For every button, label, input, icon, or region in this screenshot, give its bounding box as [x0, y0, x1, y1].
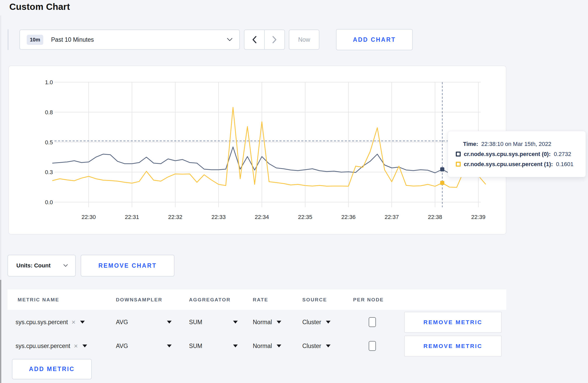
dropdown-caret-icon: [277, 321, 281, 324]
metric-name-select[interactable]: sys.cpu.sys.percent ×: [16, 318, 85, 326]
x-axis-tick-label: 22:38: [428, 214, 442, 220]
time-range-label: Past 10 Minutes: [51, 36, 94, 43]
x-axis-tick-label: 22:33: [211, 214, 226, 220]
metrics-table-header: METRIC NAME DOWNSAMPLER AGGREGATOR RATE …: [8, 289, 506, 310]
chart-tooltip: Time: 22:38:10 on Mar 15th, 2022 cr.node…: [448, 131, 586, 177]
chevron-down-icon: [63, 264, 68, 267]
aggregator-select[interactable]: SUM: [189, 319, 238, 326]
source-select[interactable]: Cluster: [302, 319, 331, 326]
hover-marker-cr.node.sys.cpu.sys.percent: [440, 167, 444, 172]
remove-metric-button[interactable]: REMOVE METRIC: [404, 336, 502, 357]
dropdown-caret-icon: [82, 345, 87, 347]
tooltip-time-label: Time:: [463, 141, 478, 147]
x-axis-tick-label: 22:35: [298, 214, 312, 220]
units-dropdown[interactable]: Units: Count: [8, 255, 76, 276]
time-range-dropdown[interactable]: 10m Past 10 Minutes: [19, 30, 240, 50]
tooltip-time-row: Time: 22:38:10 on Mar 15th, 2022: [456, 141, 586, 147]
rate-select[interactable]: Normal: [253, 319, 281, 326]
dropdown-caret-icon: [277, 345, 281, 347]
page-left-divider-dark: [1, 280, 1, 383]
col-header-source: SOURCE: [302, 297, 327, 303]
user-percent-swatch-icon: [456, 162, 461, 167]
y-axis-tick-label: 0.5: [45, 139, 53, 146]
series-line-cr.node.sys.cpu.user.percent: [53, 107, 486, 187]
time-nav-group: [244, 30, 285, 50]
tooltip-series-label: cr.node.sys.cpu.sys.percent (0):: [464, 151, 551, 157]
chart-card: 0.00.30.50.81.022:3022:3122:3222:3322:34…: [8, 66, 506, 235]
prev-time-button[interactable]: [244, 30, 264, 49]
chart-plot[interactable]: 0.00.30.50.81.022:3022:3122:3222:3322:34…: [9, 66, 507, 235]
dropdown-caret-icon: [233, 321, 238, 324]
remove-metric-button[interactable]: REMOVE METRIC: [404, 312, 502, 333]
add-chart-button[interactable]: ADD CHART: [336, 29, 413, 50]
aggregator-select[interactable]: SUM: [189, 343, 238, 350]
x-axis-tick-label: 22:32: [168, 214, 182, 220]
remove-chart-button[interactable]: REMOVE CHART: [81, 255, 174, 276]
page-left-divider: [1, 16, 1, 280]
page-title: Custom Chart: [9, 2, 70, 12]
tooltip-series-label: cr.node.sys.cpu.user.percent (1):: [464, 161, 553, 167]
y-axis-tick-label: 0.3: [45, 169, 53, 175]
sys-percent-swatch-icon: [456, 152, 461, 157]
custom-chart-page: Custom Chart 10m Past 10 Minutes Now ADD…: [0, 0, 588, 383]
col-header-rate: RATE: [253, 297, 268, 303]
tooltip-time-value: 22:38:10 on Mar 15th, 2022: [481, 141, 551, 147]
col-header-per-node: PER NODE: [353, 297, 384, 303]
col-header-aggregator: AGGREGATOR: [189, 297, 231, 303]
downsampler-select[interactable]: AVG: [116, 343, 172, 350]
now-button[interactable]: Now: [289, 30, 319, 50]
add-metric-button[interactable]: ADD METRIC: [12, 359, 92, 379]
clear-metric-icon[interactable]: ×: [72, 318, 75, 326]
next-time-button[interactable]: [264, 30, 284, 49]
tooltip-series-row: cr.node.sys.cpu.sys.percent (0): 0.2732: [456, 151, 586, 157]
x-axis-tick-label: 22:39: [471, 214, 485, 220]
col-header-metric-name: METRIC NAME: [18, 297, 59, 303]
per-node-checkbox[interactable]: [369, 341, 376, 351]
source-select[interactable]: Cluster: [302, 343, 331, 350]
dropdown-caret-icon: [326, 345, 331, 347]
tooltip-series-value: 0.2732: [554, 151, 571, 157]
tooltip-series-value: 0.1601: [556, 161, 573, 167]
tooltip-series-row: cr.node.sys.cpu.user.percent (1): 0.1601: [456, 161, 586, 167]
chevron-down-icon: [227, 38, 233, 41]
series-line-cr.node.sys.cpu.sys.percent: [53, 147, 486, 173]
rate-select[interactable]: Normal: [253, 343, 281, 350]
dropdown-caret-icon: [167, 321, 172, 324]
dropdown-caret-icon: [233, 345, 238, 347]
per-node-checkbox[interactable]: [369, 317, 376, 327]
hover-marker-cr.node.sys.cpu.user.percent: [440, 181, 444, 185]
y-axis-tick-label: 0.8: [45, 109, 53, 116]
units-label: Units: Count: [16, 262, 51, 269]
time-selector-left-rule: [8, 29, 8, 50]
time-range-badge: 10m: [27, 35, 43, 45]
x-axis-tick-label: 22:31: [125, 214, 139, 220]
downsampler-select[interactable]: AVG: [116, 319, 172, 326]
y-axis-tick-label: 1.0: [45, 79, 53, 86]
x-axis-tick-label: 22:34: [255, 214, 269, 220]
dropdown-caret-icon: [167, 345, 172, 347]
clear-metric-icon[interactable]: ×: [74, 342, 78, 350]
dropdown-caret-icon: [326, 321, 331, 324]
y-axis-tick-label: 0.0: [45, 199, 53, 205]
metric-name-select[interactable]: sys.cpu.user.percent ×: [16, 342, 87, 350]
col-header-downsampler: DOWNSAMPLER: [116, 297, 162, 303]
x-axis-tick-label: 22:30: [81, 214, 96, 220]
dropdown-caret-icon: [80, 321, 85, 324]
x-axis-tick-label: 22:37: [384, 214, 399, 220]
x-axis-tick-label: 22:36: [341, 214, 355, 220]
